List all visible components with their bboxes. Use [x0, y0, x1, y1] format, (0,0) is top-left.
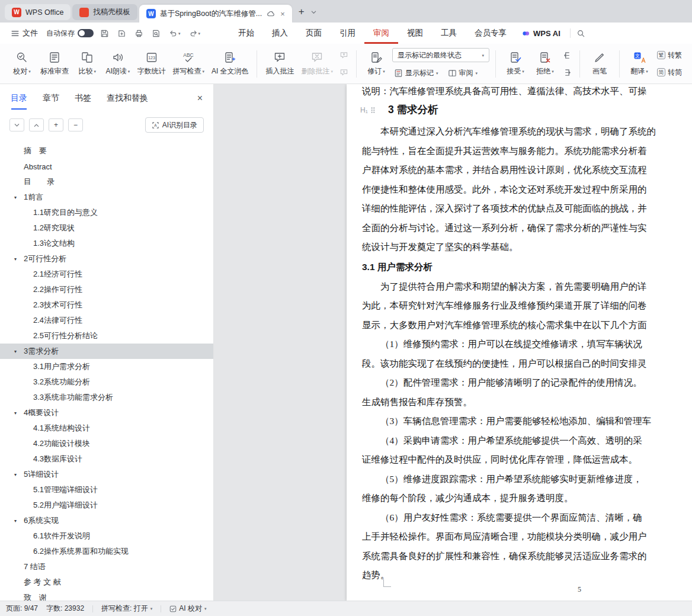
- doc-line[interactable]: H₁ 户群体对系统的基本需求，并结合易用性设计原则，优化系统交互流程: [362, 161, 692, 180]
- doc-line[interactable]: H₁ （1）维修预约需求：用户可以在线提交维修请求，填写车辆状况: [362, 335, 692, 354]
- previous-change-button[interactable]: [561, 49, 574, 62]
- sidebar-tab[interactable]: 查找和替换: [107, 93, 148, 104]
- toc-item[interactable]: ▾ 6系统实现: [0, 513, 213, 528]
- export-button[interactable]: [116, 27, 128, 40]
- ribbon-tab[interactable]: 页面: [297, 23, 331, 44]
- save-button[interactable]: [98, 27, 111, 40]
- toc-item[interactable]: ▾ 致 谢: [0, 590, 213, 601]
- doc-line[interactable]: H₁ 统设计与开发奠定了坚实的科学基础。: [362, 238, 692, 257]
- file-menu-button[interactable]: 文件: [7, 28, 41, 38]
- toc-item[interactable]: ▾ 1.3论文结构: [0, 236, 213, 251]
- toc-item[interactable]: ▾ 4.3数据库设计: [0, 451, 213, 467]
- next-change-button[interactable]: [561, 66, 574, 79]
- ribbon-tab[interactable]: 视图: [398, 23, 432, 44]
- sidebar-tab[interactable]: 目录: [11, 93, 27, 104]
- sidebar-tab[interactable]: 章节: [43, 93, 59, 104]
- tab-wps-office[interactable]: W WPS Office: [5, 4, 71, 20]
- toc-item[interactable]: ▾ 2.1经济可行性: [0, 267, 213, 282]
- toc-item[interactable]: ▾ 5.2用户端详细设计: [0, 498, 213, 513]
- toc-item[interactable]: ▾ 1.2研究现状: [0, 220, 213, 236]
- toc-item[interactable]: ▾ 6.1软件开发说明: [0, 528, 213, 544]
- toc-item[interactable]: ▾ 3.3系统非功能需求分析: [0, 390, 213, 405]
- toc-item[interactable]: ▾ 2.3技术可行性: [0, 297, 213, 313]
- doc-line[interactable]: H₁ 系统需具备良好的扩展性和兼容性，确保系统能够灵活适应业务需求的: [362, 547, 692, 566]
- spell-check-status[interactable]: 拼写检查: 打开▾: [101, 604, 152, 614]
- compare-button[interactable]: 比较▾: [73, 47, 101, 81]
- toc-item[interactable]: ▾ 1.1研究目的与意义: [0, 205, 213, 220]
- ribbon-tab[interactable]: 审阅: [364, 23, 398, 44]
- expand-triangle-icon[interactable]: ▾: [14, 349, 17, 354]
- doc-line[interactable]: H₁ 段。该功能实现了在线预约的便捷性，用户可以根据自己的时间安排灵: [362, 354, 692, 374]
- markup-state-dropdown[interactable]: 显示标记的最终状态 ▾: [392, 48, 489, 62]
- doc-line[interactable]: H₁ 为了提供符合用户需求和期望的解决方案，首先需要明确用户的详: [362, 277, 692, 297]
- search-icon[interactable]: [576, 29, 585, 38]
- show-markup-button[interactable]: 显示标记▾: [392, 66, 440, 79]
- track-changes-button[interactable]: 修订▾: [363, 47, 390, 81]
- toc-item[interactable]: ▾ Abstract: [0, 159, 213, 174]
- doc-line[interactable]: H₁ 3 需求分析: [362, 98, 692, 122]
- tab-list-chevron-icon[interactable]: [310, 9, 317, 15]
- close-tab-icon[interactable]: ×: [280, 9, 285, 18]
- expand-triangle-icon[interactable]: ▾: [14, 472, 17, 477]
- doc-line[interactable]: H₁ 趋势。: [362, 566, 692, 585]
- toc-item[interactable]: ▾ 7 结语: [0, 559, 213, 575]
- doc-line[interactable]: H₁ 显示，大多数用户对汽车维修管理系统的核心需求集中在以下几个方面: [362, 316, 692, 335]
- ribbon-tab[interactable]: 会员专享: [466, 23, 515, 44]
- ribbon-tab[interactable]: 工具: [432, 23, 466, 44]
- toc-item[interactable]: ▾ 2可行性分析: [0, 251, 213, 267]
- doc-line[interactable]: H₁ 全面的分析与讨论。通过这一系列分析，确保了需求分析的严谨性与实: [362, 219, 692, 238]
- ribbon-tab[interactable]: 插入: [263, 23, 297, 44]
- toc-item[interactable]: ▾ 1前言: [0, 190, 213, 205]
- reject-change-button[interactable]: 拒绝▾: [531, 47, 559, 81]
- tab-docer-template[interactable]: 找稿壳模板: [72, 4, 137, 20]
- toc-item[interactable]: ▾ 5.1管理端详细设计: [0, 482, 213, 498]
- translate-button[interactable]: 文 翻译▾: [626, 47, 653, 81]
- redo-button[interactable]: ▾: [187, 27, 203, 40]
- doc-line[interactable]: H₁ 本研究通过深入分析汽车维修管理系统的现状与需求，明确了系统的: [362, 122, 692, 142]
- wps-ai-button[interactable]: WPS AI: [515, 23, 566, 44]
- expand-triangle-icon[interactable]: ▾: [14, 410, 17, 416]
- ink-button[interactable]: 画笔: [586, 47, 613, 81]
- to-simplified-button[interactable]: 简转简: [655, 66, 684, 79]
- doc-line[interactable]: H₁ 上手并轻松操作。界面布局应清晰合理，功能模块分类明确，减少用户: [362, 527, 692, 547]
- toc-item[interactable]: ▾ 5详细设计: [0, 467, 213, 482]
- toc-item[interactable]: ▾ 4概要设计: [0, 405, 213, 421]
- doc-line[interactable]: H₁ （6）用户友好性需求：系统需要提供一个界面应简洁、清晰，确: [362, 508, 692, 528]
- tab-active-document[interactable]: W 基于SpringBoot的汽车维修管... ×: [139, 5, 292, 23]
- heading-drag-handle[interactable]: H₁: [360, 98, 376, 122]
- doc-line[interactable]: H₁ 证维修过程中配件的及时供应，同时优化库存管理，降低运营成本。: [362, 450, 692, 470]
- document-page[interactable]: H₁ 说明：汽车维修管理系统具备高可用性、遵循法律、高技术水平、可操 H₁ 3: [347, 84, 692, 601]
- review-pane-button[interactable]: 审阅▾: [446, 66, 480, 79]
- print-preview-button[interactable]: [150, 27, 162, 40]
- toc-item[interactable]: ▾ 摘 要: [0, 143, 213, 159]
- toc-item[interactable]: ▾ 3.1用户需求分析: [0, 359, 213, 374]
- doc-line[interactable]: H₁ 3.1 用户需求分析: [362, 257, 692, 277]
- doc-line[interactable]: H₁ 详细的性能评估，深入探讨了各项技术的优缺点及可能面临的挑战，并: [362, 199, 692, 219]
- toc-item[interactable]: ▾ 4.1系统结构设计: [0, 421, 213, 436]
- zoom-in-toc-button[interactable]: +: [49, 118, 63, 131]
- toc-item[interactable]: ▾ 3需求分析: [0, 344, 213, 359]
- toc-item[interactable]: ▾ 目 录: [0, 174, 213, 190]
- ai-read-aloud-button[interactable]: AI朗读▾: [103, 47, 132, 81]
- toc-item[interactable]: ▾ 4.2功能设计模块: [0, 436, 213, 451]
- undo-button[interactable]: ▾: [167, 27, 182, 40]
- proofread-button[interactable]: 校对▾: [8, 47, 36, 81]
- toc-item[interactable]: ▾ 参 考 文 献: [0, 575, 213, 590]
- doc-line[interactable]: H₁ 说明：汽车维修管理系统具备高可用性、遵循法律、高技术水平、可操: [362, 85, 692, 98]
- doc-line[interactable]: H₁ 维修的每个阶段，减少沟通成本，提升服务透明度。: [362, 489, 692, 508]
- ai-polish-button[interactable]: AI 全文润色: [209, 47, 251, 81]
- expand-triangle-icon[interactable]: ▾: [14, 256, 17, 262]
- doc-line[interactable]: H₁ （3）车辆信息管理需求：用户需要能够轻松地添加、编辑和管理车: [362, 412, 692, 431]
- doc-line[interactable]: H₁ （5）维修进度跟踪需求：用户希望系统能够实时更新维修进度，: [362, 470, 692, 489]
- ribbon-tab[interactable]: 引用: [331, 23, 364, 44]
- print-button[interactable]: [133, 27, 145, 40]
- autosave-toggle[interactable]: [78, 29, 94, 37]
- close-sidebar-icon[interactable]: ×: [197, 93, 203, 104]
- expand-triangle-icon[interactable]: ▾: [14, 518, 17, 524]
- expand-all-button[interactable]: [29, 118, 44, 131]
- toc-item[interactable]: ▾ 2.4法律可行性: [0, 313, 213, 328]
- spell-check-button[interactable]: ABC 拼写检查▾: [171, 47, 207, 81]
- zoom-out-toc-button[interactable]: −: [68, 118, 83, 131]
- toc-item[interactable]: ▾ 6.2操作系统界面和功能实现: [0, 544, 213, 559]
- sidebar-tab[interactable]: 书签: [75, 93, 91, 104]
